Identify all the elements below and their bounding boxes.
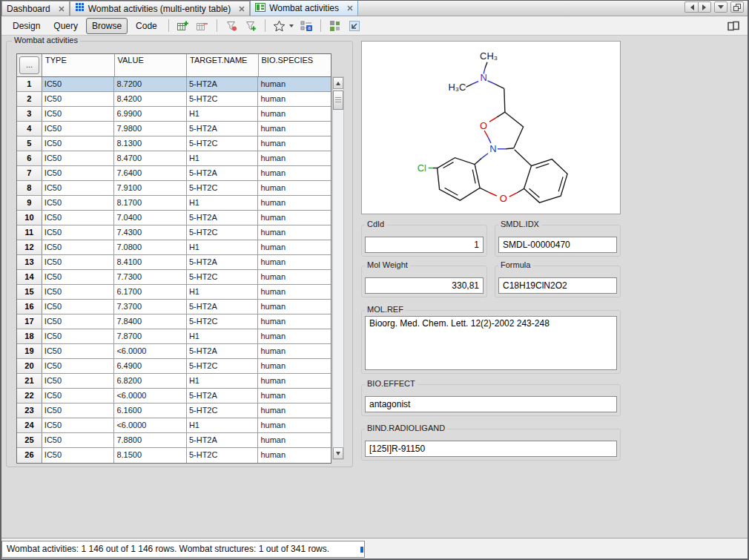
row-number[interactable]: 7 bbox=[17, 166, 42, 180]
cell-species[interactable]: human bbox=[258, 77, 331, 91]
previous-tab-button[interactable] bbox=[684, 1, 698, 13]
cell-value[interactable]: 7.4300 bbox=[114, 225, 187, 240]
row-number[interactable]: 11 bbox=[17, 225, 42, 240]
cdid-input[interactable] bbox=[365, 237, 484, 253]
cell-target[interactable]: 5-HT2C bbox=[187, 403, 259, 418]
structure-viewer[interactable]: CH₃ N H₃C O N Cl O bbox=[361, 41, 621, 214]
cell-species[interactable]: human bbox=[258, 300, 331, 314]
next-tab-button[interactable] bbox=[698, 1, 711, 13]
cell-species[interactable]: human bbox=[258, 166, 331, 180]
cell-target[interactable]: 5-HT2C bbox=[187, 359, 259, 373]
code-button[interactable]: Code bbox=[131, 19, 162, 33]
row-number[interactable]: 17 bbox=[17, 314, 42, 329]
cell-type[interactable]: IC50 bbox=[42, 240, 115, 254]
cell-value[interactable]: 8.1500 bbox=[114, 448, 187, 463]
table-row[interactable]: 25 IC50 7.8800 5-HT2A human bbox=[17, 433, 331, 448]
scroll-up-button[interactable] bbox=[333, 77, 343, 89]
cell-type[interactable]: IC50 bbox=[42, 389, 115, 403]
table-row[interactable]: 2 IC50 8.4200 5-HT2C human bbox=[17, 92, 331, 107]
fit-window-button[interactable] bbox=[346, 18, 363, 34]
bind-radioligand-input[interactable] bbox=[365, 441, 617, 457]
cell-value[interactable]: 8.4200 bbox=[114, 92, 187, 106]
cell-target[interactable]: 5-HT2C bbox=[187, 92, 259, 106]
fields-button[interactable]: a bbox=[298, 18, 314, 34]
cell-target[interactable]: 5-HT2C bbox=[187, 225, 259, 240]
row-number[interactable]: 13 bbox=[17, 255, 42, 269]
table-row[interactable]: 23 IC50 6.1600 5-HT2C human bbox=[17, 403, 331, 418]
table-row[interactable]: 17 IC50 7.8400 5-HT2C human bbox=[17, 314, 331, 329]
row-number[interactable]: 4 bbox=[17, 122, 42, 136]
cell-target[interactable]: 5-HT2A bbox=[187, 122, 259, 136]
scroll-down-button[interactable] bbox=[333, 447, 343, 459]
row-number[interactable]: 8 bbox=[17, 181, 42, 195]
row-number[interactable]: 18 bbox=[17, 329, 42, 343]
cell-value[interactable]: 7.7300 bbox=[114, 270, 187, 284]
row-number[interactable]: 25 bbox=[17, 433, 42, 447]
column-options-button[interactable]: ... bbox=[19, 56, 39, 74]
table-row[interactable]: 4 IC50 7.9800 5-HT2A human bbox=[17, 122, 331, 136]
cell-value[interactable]: 7.0800 bbox=[114, 240, 187, 254]
cell-target[interactable]: 5-HT2C bbox=[187, 136, 259, 151]
cell-value[interactable]: 6.8200 bbox=[114, 374, 187, 388]
cell-target[interactable]: 5-HT2A bbox=[187, 77, 259, 91]
row-number[interactable]: 9 bbox=[17, 196, 42, 210]
table-row[interactable]: 5 IC50 8.1300 5-HT2C human bbox=[17, 136, 331, 151]
table-row[interactable]: 11 IC50 7.4300 5-HT2C human bbox=[17, 225, 331, 240]
cell-target[interactable]: H1 bbox=[187, 151, 259, 165]
close-icon[interactable] bbox=[239, 6, 245, 12]
table-scrollbar[interactable] bbox=[332, 76, 344, 460]
cell-species[interactable]: human bbox=[258, 359, 331, 373]
tab-multi-entity-table[interactable]: Wombat activities (multi-entity table) bbox=[70, 1, 251, 16]
table-row[interactable]: 22 IC50 <6.0000 5-HT2A human bbox=[17, 389, 331, 403]
cell-target[interactable]: 5-HT2C bbox=[187, 314, 259, 329]
cell-value[interactable]: 6.9900 bbox=[114, 107, 187, 121]
row-number[interactable]: 19 bbox=[17, 344, 42, 358]
bio-effect-input[interactable] bbox=[365, 396, 617, 412]
cell-type[interactable]: IC50 bbox=[42, 166, 115, 180]
table-row[interactable]: 16 IC50 7.3700 5-HT2A human bbox=[17, 300, 331, 314]
cell-target[interactable]: 5-HT2A bbox=[187, 166, 259, 180]
cell-target[interactable]: H1 bbox=[187, 418, 259, 432]
cell-type[interactable]: IC50 bbox=[42, 314, 115, 329]
cell-type[interactable]: IC50 bbox=[42, 285, 115, 299]
cell-value[interactable]: <6.0000 bbox=[114, 418, 187, 432]
tab-wombat-activities[interactable]: Wombat activities bbox=[250, 0, 358, 16]
cell-species[interactable]: human bbox=[258, 196, 331, 210]
cell-target[interactable]: H1 bbox=[187, 374, 259, 388]
row-number[interactable]: 26 bbox=[17, 448, 42, 463]
close-icon[interactable] bbox=[347, 5, 353, 11]
scrollbar-thumb[interactable] bbox=[333, 90, 343, 110]
query-button[interactable]: Query bbox=[48, 19, 83, 33]
cell-species[interactable]: human bbox=[258, 389, 331, 403]
cell-target[interactable]: H1 bbox=[187, 107, 259, 121]
column-header-value[interactable]: VALUE bbox=[115, 54, 188, 76]
cell-value[interactable]: 6.4900 bbox=[114, 359, 187, 373]
table-row[interactable]: 15 IC50 6.1700 H1 human bbox=[17, 285, 331, 300]
table-row[interactable]: 10 IC50 7.0400 5-HT2A human bbox=[17, 211, 331, 225]
cell-species[interactable]: human bbox=[258, 433, 331, 447]
cell-target[interactable]: 5-HT2C bbox=[187, 181, 259, 195]
add-filter-button[interactable] bbox=[242, 18, 259, 34]
row-number[interactable]: 3 bbox=[17, 107, 42, 121]
cell-species[interactable]: human bbox=[258, 270, 331, 284]
row-number[interactable]: 12 bbox=[17, 240, 42, 254]
row-number[interactable]: 15 bbox=[17, 285, 42, 299]
cell-species[interactable]: human bbox=[258, 92, 331, 106]
close-icon[interactable] bbox=[59, 6, 65, 12]
cell-type[interactable]: IC50 bbox=[42, 92, 115, 106]
cell-type[interactable]: IC50 bbox=[42, 77, 115, 91]
cell-value[interactable]: 6.1700 bbox=[114, 285, 187, 299]
cell-species[interactable]: human bbox=[258, 107, 331, 121]
column-header-type[interactable]: TYPE bbox=[42, 54, 115, 76]
cell-target[interactable]: 5-HT2C bbox=[187, 448, 259, 463]
cell-value[interactable]: 8.4700 bbox=[114, 151, 187, 165]
cell-target[interactable]: H1 bbox=[187, 329, 259, 343]
cell-species[interactable]: human bbox=[258, 374, 331, 388]
cell-species[interactable]: human bbox=[258, 255, 331, 269]
table-row[interactable]: 12 IC50 7.0800 H1 human bbox=[17, 240, 331, 255]
cell-value[interactable]: 7.9100 bbox=[114, 181, 187, 195]
cell-value[interactable]: 7.8800 bbox=[114, 433, 187, 447]
design-button[interactable]: Design bbox=[7, 19, 45, 33]
table-row[interactable]: 1 IC50 8.7200 5-HT2A human bbox=[17, 77, 331, 92]
cell-type[interactable]: IC50 bbox=[42, 196, 115, 210]
